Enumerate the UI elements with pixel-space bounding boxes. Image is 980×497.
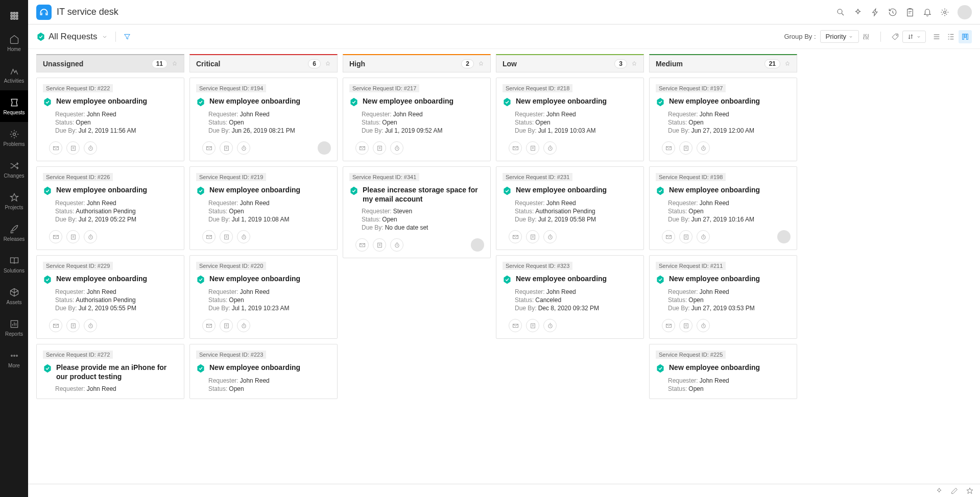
- note-icon[interactable]: [679, 319, 692, 332]
- timer-icon[interactable]: [84, 230, 97, 243]
- mail-icon[interactable]: [662, 230, 675, 243]
- timer-icon[interactable]: [84, 141, 97, 155]
- timer-icon[interactable]: [237, 319, 250, 332]
- note-icon[interactable]: [220, 230, 233, 243]
- sidebar-item-home[interactable]: Home: [0, 27, 28, 59]
- sort-button[interactable]: [902, 31, 926, 43]
- timer-icon[interactable]: [543, 141, 557, 155]
- pin-icon[interactable]: [631, 61, 637, 67]
- request-card[interactable]: Service Request ID: #222 New employee on…: [36, 78, 184, 161]
- assignee-avatar[interactable]: [471, 238, 484, 252]
- request-card[interactable]: Service Request ID: #218 New employee on…: [496, 78, 644, 161]
- pin-icon[interactable]: [478, 61, 484, 67]
- sidebar-item-more[interactable]: More: [0, 343, 28, 375]
- note-icon[interactable]: [66, 230, 80, 243]
- sidebar-item-changes[interactable]: Changes: [0, 154, 28, 185]
- mail-icon[interactable]: [49, 319, 62, 332]
- request-card[interactable]: Service Request ID: #323 New employee on…: [496, 255, 644, 339]
- timer-icon[interactable]: [390, 238, 403, 252]
- pin-icon[interactable]: [325, 61, 331, 67]
- note-icon[interactable]: [526, 141, 539, 155]
- sidebar-item-releases[interactable]: Releases: [0, 217, 28, 248]
- mail-icon[interactable]: [49, 141, 62, 155]
- view-title[interactable]: All Requests: [49, 32, 97, 42]
- request-card[interactable]: Service Request ID: #197 New employee on…: [649, 78, 797, 161]
- sidebar-item-solutions[interactable]: Solutions: [0, 248, 28, 280]
- history-icon[interactable]: [888, 8, 897, 17]
- chevron-down-icon[interactable]: [101, 33, 108, 40]
- timer-icon[interactable]: [237, 230, 250, 243]
- user-avatar[interactable]: [958, 5, 972, 19]
- settings-icon[interactable]: [940, 8, 949, 17]
- request-card[interactable]: Service Request ID: #219 New employee on…: [189, 166, 338, 250]
- mail-icon[interactable]: [509, 230, 522, 243]
- sidebar-item-problems[interactable]: Problems: [0, 122, 28, 154]
- request-card[interactable]: Service Request ID: #211 New employee on…: [649, 255, 797, 339]
- detail-view-button[interactable]: [944, 30, 958, 43]
- timer-icon[interactable]: [84, 319, 97, 332]
- sidebar-item-projects[interactable]: Projects: [0, 185, 28, 217]
- note-icon[interactable]: [373, 141, 386, 155]
- note-icon[interactable]: [679, 230, 692, 243]
- mail-icon[interactable]: [202, 319, 216, 332]
- mail-icon[interactable]: [202, 230, 216, 243]
- groupby-select[interactable]: Priority: [820, 30, 859, 43]
- sidebar-item-assets[interactable]: Assets: [0, 280, 28, 312]
- request-card[interactable]: Service Request ID: #220 New employee on…: [189, 255, 338, 339]
- mail-icon[interactable]: [509, 141, 522, 155]
- columns-button[interactable]: [859, 30, 873, 44]
- pin-icon[interactable]: [784, 61, 791, 67]
- note-icon[interactable]: [526, 319, 539, 332]
- tag-button[interactable]: [888, 30, 902, 44]
- timer-icon[interactable]: [697, 319, 710, 332]
- notifications-icon[interactable]: [923, 8, 932, 17]
- timer-icon[interactable]: [697, 141, 710, 155]
- request-card[interactable]: Service Request ID: #225 New employee on…: [649, 344, 797, 399]
- note-icon[interactable]: [66, 319, 80, 332]
- sidebar-item-requests[interactable]: Requests: [0, 90, 28, 122]
- language-icon[interactable]: [935, 487, 943, 495]
- request-card[interactable]: Service Request ID: #272 Please provide …: [36, 344, 184, 399]
- note-icon[interactable]: [373, 238, 386, 252]
- search-icon[interactable]: [836, 8, 845, 17]
- timer-icon[interactable]: [697, 230, 710, 243]
- list-view-button[interactable]: [930, 30, 943, 43]
- note-icon[interactable]: [526, 230, 539, 243]
- request-card[interactable]: Service Request ID: #198 New employee on…: [649, 166, 797, 250]
- mail-icon[interactable]: [202, 141, 216, 155]
- assignee-avatar[interactable]: [777, 230, 791, 243]
- compose-icon[interactable]: [950, 487, 959, 495]
- kanban-view-button[interactable]: [959, 30, 972, 43]
- mail-icon[interactable]: [509, 319, 522, 332]
- pin-icon[interactable]: [172, 61, 178, 67]
- bolt-icon[interactable]: [871, 8, 880, 17]
- request-card[interactable]: Service Request ID: #231 New employee on…: [496, 166, 644, 250]
- filter-icon[interactable]: [123, 33, 131, 41]
- note-icon[interactable]: [220, 319, 233, 332]
- timer-icon[interactable]: [543, 319, 557, 332]
- note-icon[interactable]: [679, 141, 692, 155]
- mail-icon[interactable]: [662, 319, 675, 332]
- ai-icon[interactable]: [853, 8, 863, 17]
- request-card[interactable]: Service Request ID: #223 New employee on…: [189, 344, 338, 399]
- brightness-icon[interactable]: [966, 487, 974, 495]
- note-icon[interactable]: [66, 141, 80, 155]
- request-card[interactable]: Service Request ID: #226 New employee on…: [36, 166, 184, 250]
- note-icon[interactable]: [220, 141, 233, 155]
- timer-icon[interactable]: [543, 230, 557, 243]
- mail-icon[interactable]: [662, 141, 675, 155]
- sidebar-item-activities[interactable]: Activities: [0, 59, 28, 90]
- request-card[interactable]: Service Request ID: #229 New employee on…: [36, 255, 184, 339]
- timer-icon[interactable]: [390, 141, 403, 155]
- sidebar-item-reports[interactable]: Reports: [0, 312, 28, 343]
- mail-icon[interactable]: [355, 141, 369, 155]
- request-card[interactable]: Service Request ID: #194 New employee on…: [189, 78, 338, 161]
- assignee-avatar[interactable]: [318, 141, 331, 155]
- request-card[interactable]: Service Request ID: #217 New employee on…: [343, 78, 491, 161]
- timer-icon[interactable]: [237, 141, 250, 155]
- mail-icon[interactable]: [355, 238, 369, 252]
- apps-menu[interactable]: [0, 4, 28, 27]
- tasks-icon[interactable]: [905, 8, 915, 17]
- request-card[interactable]: Service Request ID: #341 Please increase…: [343, 166, 491, 258]
- mail-icon[interactable]: [49, 230, 62, 243]
